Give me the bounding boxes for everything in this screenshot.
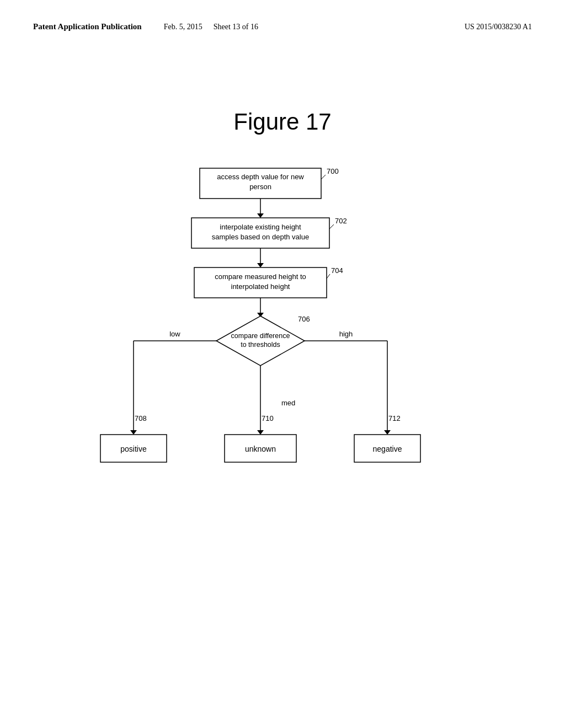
label-710: 710 — [262, 414, 274, 422]
publication-date: Feb. 5, 2015 — [164, 23, 202, 31]
svg-line-9 — [327, 274, 330, 279]
node-702-text2: samples based on depth value — [212, 233, 309, 241]
label-high: high — [339, 330, 353, 338]
patent-number: US 2015/0038230 A1 — [465, 23, 532, 31]
svg-marker-19 — [384, 430, 391, 435]
label-706: 706 — [298, 315, 310, 323]
svg-marker-3 — [257, 213, 264, 218]
svg-line-5 — [329, 224, 334, 229]
flowchart-svg: access depth value for new person 700 in… — [89, 163, 476, 505]
node-708-text: positive — [120, 445, 147, 453]
svg-marker-16 — [257, 430, 264, 435]
svg-line-1 — [321, 175, 326, 179]
label-702: 702 — [335, 217, 347, 225]
label-704: 704 — [331, 266, 343, 275]
svg-marker-14 — [130, 430, 137, 435]
node-706-text: compare difference — [231, 332, 290, 340]
node-702-text: interpolate existing height — [220, 223, 301, 231]
flowchart-diagram: access depth value for new person 700 in… — [89, 163, 476, 507]
svg-marker-7 — [257, 263, 264, 267]
publication-label: Patent Application Publication — [33, 22, 142, 31]
label-700: 700 — [327, 167, 339, 175]
node-704-text: compare measured height to — [215, 272, 306, 281]
node-712-text: negative — [373, 445, 402, 453]
node-704-text2: interpolated height — [231, 282, 290, 291]
label-med: med — [281, 399, 295, 407]
figure-title: Figure 17 — [0, 109, 565, 135]
node-700-text2: person — [249, 183, 271, 191]
node-706-text2: to thresholds — [241, 341, 280, 349]
label-708: 708 — [135, 414, 147, 422]
label-low: low — [169, 330, 180, 338]
label-712: 712 — [388, 414, 401, 422]
node-710-text: unknown — [245, 445, 276, 453]
node-700-text: access depth value for new — [217, 173, 304, 181]
page-header: Patent Application Publication Feb. 5, 2… — [0, 0, 565, 31]
sheet-number: Sheet 13 of 16 — [214, 23, 258, 31]
